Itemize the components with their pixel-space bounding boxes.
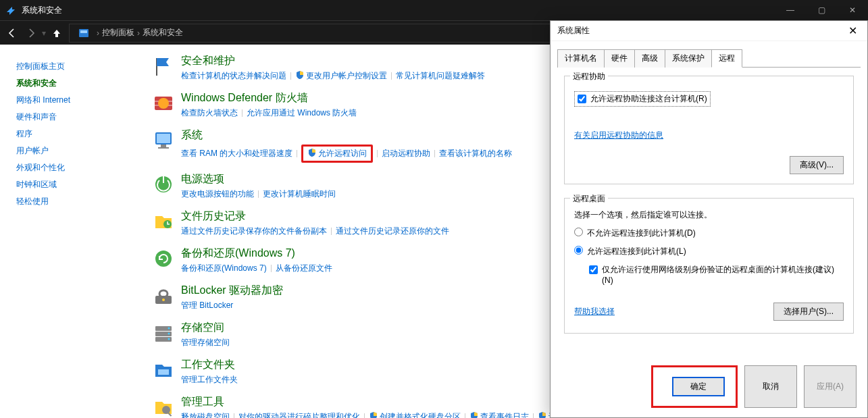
remote-desktop-group: 远程桌面 选择一个选项，然后指定谁可以连接。 不允许远程连接到此计算机(D) 允… [564,198,854,334]
sidebar-item-0[interactable]: 控制面板主页 [16,58,128,75]
category-link[interactable]: 备份和还原(Windows 7) [181,263,267,273]
minimize-button[interactable]: — [775,0,806,20]
dialog-tab-4[interactable]: 远程 [711,49,742,68]
svg-point-20 [168,328,170,330]
remote-assist-info-link[interactable]: 有关启用远程协助的信息 [574,130,663,141]
system-properties-dialog: 系统属性 ✕ 计算机名硬件高级系统保护远程 远程协助 允许远程协助连接这台计算机… [550,20,868,418]
shield-icon [295,70,305,80]
dialog-footer: 确定 取消 应用(A) [551,356,867,417]
allow-remote-assist-checkbox-input[interactable] [578,95,586,103]
radio-deny-remote[interactable]: 不允许远程连接到此计算机(D) [574,228,844,239]
svg-rect-1 [80,30,87,33]
sidebar-item-3[interactable]: 硬件和声音 [16,109,128,126]
category-title[interactable]: 存储空间 [181,321,230,335]
category-link[interactable]: 管理 BitLocker [181,301,233,310]
dialog-tab-1[interactable]: 硬件 [604,49,635,68]
help-choose-link[interactable]: 帮助我选择 [574,306,615,317]
category-link[interactable]: 通过文件历史记录还原你的文件 [336,226,449,236]
ok-button-highlight: 确定 [651,365,738,408]
sidebar-item-1[interactable]: 系统和安全 [16,75,128,92]
category-title[interactable]: 工作文件夹 [181,358,238,372]
dialog-tabs: 计算机名硬件高级系统保护远程 [557,49,861,68]
category-title[interactable]: 系统 [181,128,512,142]
category-link[interactable]: 启动远程协助 [382,149,430,158]
svg-point-21 [168,333,170,335]
remote-assist-advanced-button[interactable]: 高级(V)... [790,156,844,174]
maximize-button[interactable]: ▢ [806,0,837,20]
bitlocker-icon [151,284,176,308]
svg-point-13 [155,251,172,267]
category-link[interactable]: 通过文件历史记录保存你的文件备份副本 [181,226,327,236]
category-link[interactable]: 对你的驱动器进行碎片整理和优化 [238,412,360,418]
category-title[interactable]: 管理工具 [181,395,581,409]
category-link[interactable]: 检查防火墙状态 [181,108,238,117]
svg-rect-8 [161,145,166,147]
category-link[interactable]: 查看该计算机的名称 [439,149,512,158]
crumb-root[interactable]: 控制面板 [102,27,134,38]
svg-rect-15 [159,290,168,297]
dialog-tab-3[interactable]: 系统保护 [665,49,712,68]
cancel-button[interactable]: 取消 [744,365,797,408]
sidebar-item-2[interactable]: 网络和 Internet [16,92,128,109]
sidebar-item-6[interactable]: 外观和个性化 [16,159,128,176]
sidebar-item-5[interactable]: 用户帐户 [16,142,128,159]
apply-button[interactable]: 应用(A) [804,365,857,408]
remote-assist-group: 远程协助 允许远程协助连接这台计算机(R) 有关启用远程协助的信息 高级(V).… [564,76,854,184]
category-link[interactable]: 允许应用通过 Windows 防火墙 [247,108,357,117]
nav-back-button[interactable] [3,24,22,43]
category-link[interactable]: 查看 RAM 的大小和处理器速度 [181,149,292,158]
flag-icon [151,54,176,78]
remote-assist-legend: 远程协助 [570,71,608,82]
sidebar-item-8[interactable]: 轻松使用 [16,193,128,210]
system-icon [151,128,176,153]
category-link[interactable]: 创建并格式化硬盘分区 [380,412,461,418]
nla-checkbox-input[interactable] [589,265,598,274]
category-title[interactable]: Windows Defender 防火墙 [181,91,357,105]
category-link[interactable]: 更改用户帐户控制设置 [306,71,387,80]
remote-desktop-prompt: 选择一个选项，然后指定谁可以连接。 [574,209,844,221]
svg-point-22 [168,338,170,340]
svg-rect-11 [163,176,164,183]
category-link[interactable]: 更改电源按钮的功能 [181,189,254,199]
category-title[interactable]: 安全和维护 [181,54,485,68]
select-users-button[interactable]: 选择用户(S)... [773,303,844,321]
close-button[interactable]: ✕ [837,0,868,20]
backup-icon [151,246,176,271]
nav-up-button[interactable] [47,24,66,43]
remote-desktop-legend: 远程桌面 [570,193,608,205]
sidebar-item-7[interactable]: 时钟和区域 [16,176,128,193]
ok-button[interactable]: 确定 [672,377,725,396]
radio-deny-input[interactable] [574,228,583,236]
shield-icon [538,411,547,418]
category-title[interactable]: 备份和还原(Windows 7) [181,246,332,261]
allow-remote-assist-checkbox[interactable]: 允许远程协助连接这台计算机(R) [574,91,711,107]
category-title[interactable]: 文件历史记录 [181,209,449,224]
dialog-title-text: 系统属性 [557,25,590,36]
nla-checkbox[interactable]: 仅允许运行使用网络级别身份验证的远程桌面的计算机连接(建议)(N) [589,264,844,285]
dialog-tab-0[interactable]: 计算机名 [557,49,605,68]
shield-icon [369,411,378,418]
category-link[interactable]: 释放磁盘空间 [181,412,230,418]
sidebar-item-4[interactable]: 程序 [16,126,128,142]
firewall-icon [151,91,176,115]
nav-forward-button[interactable] [22,24,41,43]
category-link[interactable]: 检查计算机的状态并解决问题 [181,71,286,80]
category-link[interactable]: 管理工作文件夹 [181,375,238,384]
category-link[interactable]: 查看事件日志 [480,412,529,418]
category-link[interactable]: 从备份还原文件 [276,263,332,273]
control-panel-icon [78,27,90,39]
sidebar: 控制面板主页系统和安全网络和 Internet硬件和声音程序用户帐户外观和个性化… [0,45,135,418]
radio-allow-input[interactable] [574,246,583,255]
dialog-close-button[interactable]: ✕ [844,23,861,39]
category-link[interactable]: 更改计算机睡眠时间 [263,189,336,199]
dialog-tab-2[interactable]: 高级 [634,49,665,68]
crumb-current[interactable]: 系统和安全 [143,27,183,38]
filehistory-icon [151,209,176,234]
category-link[interactable]: 管理存储空间 [181,338,230,347]
category-title[interactable]: BitLocker 驱动器加密 [181,284,283,298]
storage-icon [151,321,176,345]
category-link[interactable]: 常见计算机问题疑难解答 [396,71,485,80]
radio-allow-remote[interactable]: 允许远程连接到此计算机(L) [574,246,844,257]
category-link[interactable]: 允许远程访问 [318,149,367,158]
category-title[interactable]: 电源选项 [181,172,336,186]
